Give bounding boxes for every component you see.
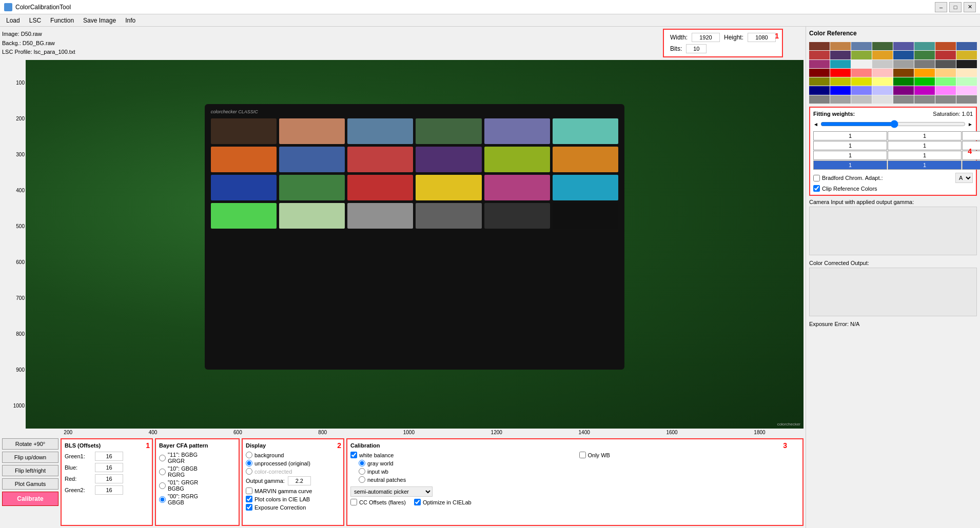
color-ref-cell bbox=[851, 95, 872, 104]
color-ref-cell bbox=[830, 60, 851, 68]
color-ref-cell bbox=[851, 77, 872, 86]
plot-cie-lab-row: Plot colors in CIE LAB bbox=[246, 496, 340, 502]
color-ref-cell bbox=[830, 51, 851, 59]
cc-patch bbox=[416, 118, 481, 144]
y-label-100: 100 bbox=[2, 80, 26, 86]
gray-world-radio[interactable] bbox=[359, 460, 365, 466]
bayer-00-radio[interactable] bbox=[159, 496, 166, 503]
color-ref-cell bbox=[935, 95, 956, 104]
picker-row: semi-automatic picker bbox=[350, 486, 799, 497]
display-color-corrected-label: color-corrected bbox=[254, 469, 292, 475]
weight-cell[interactable] bbox=[813, 151, 887, 160]
x-label-1000: 1000 bbox=[403, 430, 415, 435]
display-background-radio[interactable] bbox=[246, 452, 252, 458]
cc-row-4 bbox=[211, 203, 619, 229]
only-wb-checkbox[interactable] bbox=[579, 452, 586, 458]
cc-patch bbox=[347, 175, 413, 200]
bradford-select[interactable]: A bbox=[955, 173, 973, 183]
weight-cell[interactable] bbox=[888, 141, 962, 150]
gray-world-label: gray world bbox=[367, 460, 394, 466]
color-ref-cell bbox=[956, 69, 977, 77]
bayer-10-radio[interactable] bbox=[159, 469, 166, 475]
optimize-cielab-checkbox[interactable] bbox=[414, 499, 421, 505]
bradford-checkbox[interactable] bbox=[813, 175, 820, 181]
display-color-corrected-radio[interactable] bbox=[246, 468, 252, 475]
color-ref-cell bbox=[809, 69, 830, 77]
green2-input[interactable] bbox=[95, 485, 123, 495]
weight-cell[interactable] bbox=[813, 131, 887, 140]
cc-patch bbox=[347, 147, 413, 172]
weight-cell[interactable] bbox=[888, 131, 962, 140]
green2-label: Green2: bbox=[65, 487, 93, 493]
color-ref-cell bbox=[872, 77, 893, 86]
color-ref-cell bbox=[893, 51, 914, 59]
cc-patch bbox=[211, 203, 277, 229]
width-input[interactable] bbox=[692, 33, 720, 42]
close-button[interactable]: ✕ bbox=[964, 2, 976, 12]
bayer-01-radio[interactable] bbox=[159, 482, 166, 489]
weight-cell-selected[interactable] bbox=[888, 160, 962, 170]
background-filename: Backg.: D50_BG.raw bbox=[2, 39, 75, 48]
exposure-correction-label: Exposure Correction bbox=[254, 504, 306, 511]
menu-save-image[interactable]: Save Image bbox=[79, 16, 120, 25]
blue-label: Blue: bbox=[65, 464, 93, 471]
color-ref-cell bbox=[851, 69, 872, 77]
output-gamma-input[interactable] bbox=[288, 476, 311, 485]
color-ref-cell bbox=[956, 42, 977, 50]
exposure-correction-checkbox[interactable] bbox=[246, 504, 252, 511]
plot-cie-lab-checkbox[interactable] bbox=[246, 496, 252, 502]
red-label: Red: bbox=[65, 476, 93, 482]
menu-load[interactable]: Load bbox=[2, 16, 24, 25]
flip-lr-button[interactable]: Flip left/right bbox=[2, 465, 58, 476]
color-ref-cell bbox=[872, 60, 893, 68]
menu-info[interactable]: Info bbox=[121, 16, 140, 25]
weight-cell[interactable] bbox=[888, 151, 962, 160]
bits-input[interactable] bbox=[686, 44, 707, 53]
bottom-section: Rotate +90° Flip up/down Flip left/right… bbox=[2, 436, 803, 526]
menu-lsc[interactable]: LSC bbox=[25, 16, 45, 25]
flip-ud-button[interactable]: Flip up/down bbox=[2, 452, 58, 463]
cc-offsets-checkbox[interactable] bbox=[350, 499, 357, 505]
green1-input[interactable] bbox=[95, 452, 123, 461]
cc-patch bbox=[416, 147, 481, 172]
weight-cell[interactable] bbox=[813, 141, 887, 150]
bayer-11-radio[interactable] bbox=[159, 455, 166, 461]
bls-red-row: Red: bbox=[65, 474, 149, 483]
y-label-1000: 1000 bbox=[2, 403, 26, 409]
cc-offsets-row: CC Offsets (flares) bbox=[350, 499, 406, 505]
saturation-slider[interactable] bbox=[820, 120, 966, 128]
weight-cell[interactable] bbox=[962, 131, 980, 140]
bls-number: 1 bbox=[146, 441, 150, 450]
picker-select[interactable]: semi-automatic picker bbox=[350, 486, 433, 497]
menu-function[interactable]: Function bbox=[46, 16, 78, 25]
x-axis: 200 400 600 800 1000 1200 1400 1600 1800 bbox=[26, 429, 803, 436]
white-balance-checkbox[interactable] bbox=[350, 452, 357, 458]
blue-input[interactable] bbox=[95, 463, 123, 472]
red-input[interactable] bbox=[95, 474, 123, 483]
height-input[interactable] bbox=[748, 33, 776, 42]
display-unprocessed-radio[interactable] bbox=[246, 460, 252, 466]
weight-cell-selected[interactable] bbox=[813, 160, 887, 170]
color-ref-cell bbox=[872, 51, 893, 59]
display-color-corrected-row: color-corrected bbox=[246, 468, 340, 475]
clip-ref-row: Clip Reference Colors bbox=[813, 185, 973, 192]
color-ref-cell bbox=[830, 69, 851, 77]
neutral-patches-radio[interactable] bbox=[359, 476, 365, 483]
color-ref-cell bbox=[914, 42, 935, 50]
rotate-button[interactable]: Rotate +90° bbox=[2, 438, 58, 450]
calibrate-button[interactable]: Calibrate bbox=[2, 492, 58, 506]
color-corrected-preview bbox=[809, 268, 977, 316]
cc-patch bbox=[279, 118, 345, 144]
display-panel: 2 Display background unprocessed (origin… bbox=[242, 438, 344, 526]
input-wb-radio[interactable] bbox=[359, 468, 365, 475]
cc-patch bbox=[484, 147, 550, 172]
lsc-profile: LSC Profile: lsc_para_100.txt bbox=[2, 48, 75, 57]
clip-ref-checkbox[interactable] bbox=[813, 185, 820, 192]
maximize-button[interactable]: □ bbox=[949, 2, 962, 12]
cc-patch bbox=[347, 203, 413, 229]
plot-gamuts-button[interactable]: Plot Gamuts bbox=[2, 478, 58, 490]
y-label-900: 900 bbox=[2, 367, 26, 373]
minimize-button[interactable]: – bbox=[935, 2, 947, 12]
marvin-gamma-checkbox[interactable] bbox=[246, 488, 252, 494]
weight-cell-selected[interactable] bbox=[962, 160, 980, 170]
